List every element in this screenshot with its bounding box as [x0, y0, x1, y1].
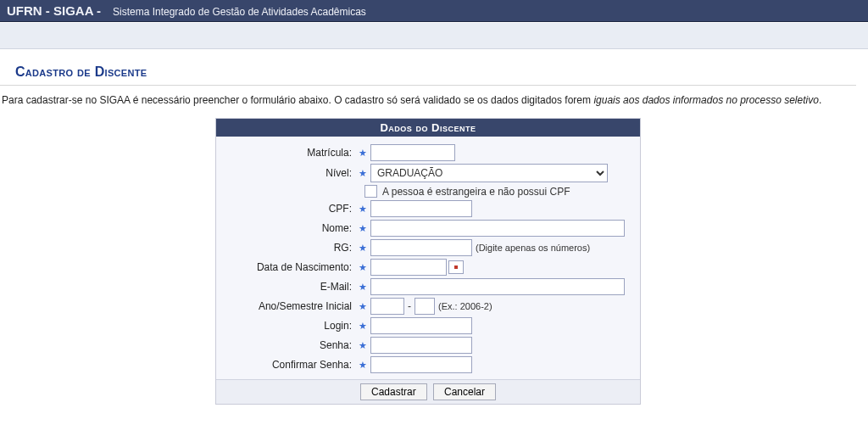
label-nivel: Nível: — [225, 167, 355, 179]
intro-emphasis: iguais aos dados informados no processo … — [593, 94, 819, 106]
confirmar-senha-input[interactable] — [370, 356, 472, 373]
label-cpf: CPF: — [225, 203, 355, 215]
top-bar: UFRN - SIGAA - Sistema Integrado de Gest… — [0, 0, 868, 22]
intro-text: Para cadastrar-se no SIGAA é necessário … — [0, 94, 856, 118]
required-star-icon: ★ — [355, 223, 370, 234]
required-star-icon: ★ — [355, 168, 370, 179]
label-matricula: Matrícula: — [225, 147, 355, 159]
senha-input[interactable] — [370, 337, 472, 354]
intro-part2: . — [819, 94, 821, 106]
button-bar: Cadastrar Cancelar — [216, 379, 640, 404]
label-estrangeiro: A pessoa é estrangeira e não possui CPF — [382, 186, 570, 198]
page-title: Cadastro de Discente — [0, 58, 856, 86]
label-data-nascimento: Data de Nascimento: — [225, 261, 355, 273]
email-input[interactable] — [370, 278, 625, 295]
required-star-icon: ★ — [355, 301, 370, 312]
label-confirmar-senha: Confirmar Senha: — [225, 359, 355, 371]
intro-part1: Para cadastrar-se no SIGAA é necessário … — [2, 94, 593, 106]
brand-subtitle: Sistema Integrado de Gestão de Atividade… — [113, 6, 366, 18]
required-star-icon: ★ — [355, 360, 370, 371]
form-title: Dados do Discente — [216, 119, 640, 137]
semestre-input[interactable] — [415, 298, 435, 315]
estrangeiro-checkbox[interactable] — [364, 185, 377, 198]
nivel-select[interactable]: GRADUAÇÃO — [370, 164, 608, 182]
brand: UFRN - SIGAA - — [7, 3, 101, 18]
rg-hint: (Digite apenas os números) — [476, 243, 590, 253]
required-star-icon: ★ — [355, 282, 370, 293]
calendar-icon[interactable] — [448, 260, 464, 274]
cancelar-button[interactable]: Cancelar — [433, 383, 496, 400]
nome-input[interactable] — [370, 220, 625, 237]
ano-sem-separator: - — [408, 300, 411, 312]
label-login: Login: — [225, 320, 355, 332]
sub-band — [0, 22, 868, 49]
required-star-icon: ★ — [355, 321, 370, 332]
ano-sem-hint: (Ex.: 2006-2) — [438, 301, 492, 311]
label-ano-semestre: Ano/Semestre Inicial — [225, 300, 355, 312]
cpf-input[interactable] — [370, 200, 472, 217]
label-rg: RG: — [225, 242, 355, 254]
login-input[interactable] — [370, 317, 472, 334]
form-panel: Dados do Discente Matrícula: ★ Nível: ★ … — [215, 118, 641, 405]
data-nascimento-input[interactable] — [370, 259, 447, 276]
label-nome: Nome: — [225, 222, 355, 234]
label-email: E-Mail: — [225, 281, 355, 293]
required-star-icon: ★ — [355, 148, 370, 159]
ano-input[interactable] — [370, 298, 404, 315]
required-star-icon: ★ — [355, 243, 370, 254]
required-star-icon: ★ — [355, 262, 370, 273]
required-star-icon: ★ — [355, 204, 370, 215]
cadastrar-button[interactable]: Cadastrar — [360, 383, 427, 400]
matricula-input[interactable] — [370, 144, 455, 161]
required-star-icon: ★ — [355, 340, 370, 351]
rg-input[interactable] — [370, 239, 472, 256]
label-senha: Senha: — [225, 339, 355, 351]
